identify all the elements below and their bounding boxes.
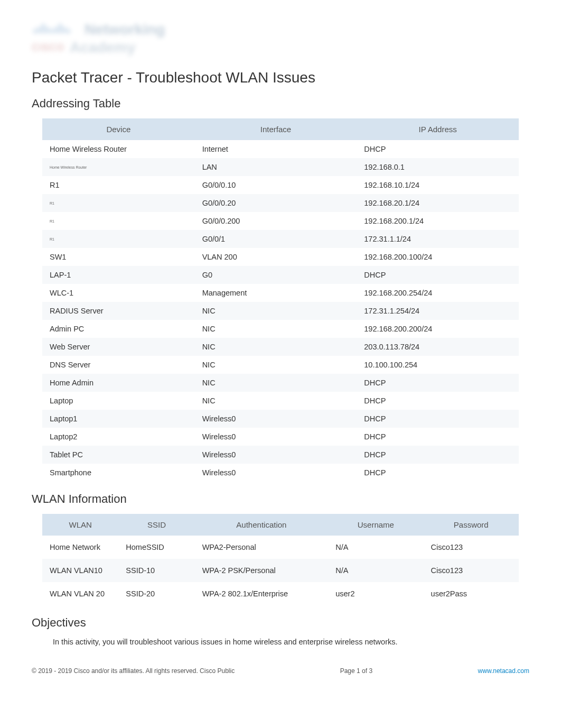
wlan-table-wrap: WLAN SSID Authentication Username Passwo… — [42, 514, 519, 605]
cell-device: R1 — [42, 176, 195, 194]
cell-interface: G0/0/1 — [195, 230, 357, 248]
cell-ip: DHCP — [357, 140, 519, 158]
cell-device: Smartphone — [42, 464, 195, 482]
footer-link: www.netacad.com — [478, 667, 529, 675]
table-header-row: WLAN SSID Authentication Username Passwo… — [42, 514, 519, 536]
table-row: WLC-1Management192.168.200.254/24 — [42, 284, 519, 302]
cell-device: WLC-1 — [42, 284, 195, 302]
table-header-row: Device Interface IP Address — [42, 118, 519, 140]
table-row: Admin PCNIC192.168.200.200/24 — [42, 320, 519, 338]
cell-interface: G0/0/0.200 — [195, 212, 357, 230]
table-row: RADIUS ServerNIC172.31.1.254/24 — [42, 302, 519, 320]
cell-ip: 192.168.10.1/24 — [357, 176, 519, 194]
addressing-table: Device Interface IP Address Home Wireles… — [42, 118, 519, 482]
col-ip: IP Address — [357, 118, 519, 140]
svg-rect-7 — [63, 27, 66, 33]
cell-ip: 192.168.200.1/24 — [357, 212, 519, 230]
page-footer: © 2019 - 2019 Cisco and/or its affiliate… — [32, 667, 529, 675]
table-row: Laptop2Wireless0DHCP — [42, 428, 519, 446]
col-auth: Authentication — [195, 514, 329, 536]
cell-auth: WPA-2 PSK/Personal — [195, 559, 329, 582]
logo-line1: Networking — [32, 21, 529, 38]
cell-interface: NIC — [195, 302, 357, 320]
cell-interface: Wireless0 — [195, 428, 357, 446]
col-wlan: WLAN — [42, 514, 118, 536]
svg-rect-5 — [55, 27, 57, 33]
cell-device: R1 — [42, 212, 195, 230]
col-ssid: SSID — [118, 514, 194, 536]
cell-device: Tablet PC — [42, 446, 195, 464]
cell-pass: Cisco123 — [424, 536, 519, 559]
cell-device: Admin PC — [42, 320, 195, 338]
table-row: R1G0/0/0.20192.168.20.1/24 — [42, 194, 519, 212]
cell-device: Laptop — [42, 392, 195, 410]
cell-device: R1 — [42, 230, 195, 248]
cell-ip: DHCP — [357, 392, 519, 410]
cell-interface: G0 — [195, 266, 357, 284]
cell-device: Laptop2 — [42, 428, 195, 446]
cell-ip: 203.0.113.78/24 — [357, 338, 519, 356]
cell-ip: DHCP — [357, 374, 519, 392]
col-interface: Interface — [195, 118, 357, 140]
objectives-text: In this activity, you will troubleshoot … — [53, 638, 508, 646]
cell-device: SW1 — [42, 248, 195, 266]
table-row: LAP-1G0DHCP — [42, 266, 519, 284]
cell-ssid: SSID-10 — [118, 559, 194, 582]
logo-brand-text: CISCO — [32, 42, 64, 53]
cell-interface: G0/0/0.20 — [195, 194, 357, 212]
svg-rect-0 — [34, 29, 36, 33]
cell-user: user2 — [328, 582, 423, 605]
cell-auth: WPA-2 802.1x/Enterprise — [195, 582, 329, 605]
cell-ip: DHCP — [357, 428, 519, 446]
cell-interface: Internet — [195, 140, 357, 158]
cell-wlan: Home Network — [42, 536, 118, 559]
addressing-heading: Addressing Table — [32, 97, 529, 110]
logo-text-academy: Academy — [70, 39, 136, 56]
logo-block: Networking CISCO Academy — [32, 21, 529, 56]
cell-auth: WPA2-Personal — [195, 536, 329, 559]
table-row: LaptopNICDHCP — [42, 392, 519, 410]
cell-interface: VLAN 200 — [195, 248, 357, 266]
cell-user: N/A — [328, 536, 423, 559]
cell-ssid: SSID-20 — [118, 582, 194, 605]
table-row: SmartphoneWireless0DHCP — [42, 464, 519, 482]
cell-ip: 192.168.20.1/24 — [357, 194, 519, 212]
addressing-table-wrap: Device Interface IP Address Home Wireles… — [42, 118, 519, 482]
cell-interface: Management — [195, 284, 357, 302]
wlan-heading: WLAN Information — [32, 492, 529, 506]
cell-ip: DHCP — [357, 446, 519, 464]
table-row: DNS ServerNIC10.100.100.254 — [42, 356, 519, 374]
col-device: Device — [42, 118, 195, 140]
cell-ip: DHCP — [357, 464, 519, 482]
cell-ip: 192.168.200.200/24 — [357, 320, 519, 338]
cell-interface: Wireless0 — [195, 464, 357, 482]
page-title: Packet Tracer - Troubleshoot WLAN Issues — [32, 69, 529, 86]
table-row: SW1VLAN 200192.168.200.100/24 — [42, 248, 519, 266]
table-row: R1G0/0/0.10192.168.10.1/24 — [42, 176, 519, 194]
table-row: Web ServerNIC203.0.113.78/24 — [42, 338, 519, 356]
cell-ip: 192.168.0.1 — [357, 158, 519, 176]
cell-interface: LAN — [195, 158, 357, 176]
cell-interface: G0/0/0.10 — [195, 176, 357, 194]
table-row: Home Wireless RouterLAN192.168.0.1 — [42, 158, 519, 176]
cell-device: Home Wireless Router — [42, 140, 195, 158]
svg-rect-1 — [38, 27, 40, 33]
cell-ip: 172.31.1.254/24 — [357, 302, 519, 320]
svg-rect-3 — [46, 27, 49, 33]
table-row: Home AdminNICDHCP — [42, 374, 519, 392]
table-row: Home NetworkHomeSSIDWPA2-PersonalN/ACisc… — [42, 536, 519, 559]
cell-device: DNS Server — [42, 356, 195, 374]
svg-rect-4 — [51, 29, 53, 33]
wlan-table: WLAN SSID Authentication Username Passwo… — [42, 514, 519, 605]
cell-wlan: WLAN VLAN 20 — [42, 582, 118, 605]
cell-device: Home Wireless Router — [42, 158, 195, 176]
logo-text-networking: Networking — [85, 21, 165, 38]
footer-copyright: © 2019 - 2019 Cisco and/or its affiliate… — [32, 667, 235, 675]
cell-interface: Wireless0 — [195, 446, 357, 464]
svg-rect-6 — [59, 24, 61, 33]
col-user: Username — [328, 514, 423, 536]
table-row: WLAN VLAN 20SSID-20WPA-2 802.1x/Enterpri… — [42, 582, 519, 605]
table-row: WLAN VLAN10SSID-10WPA-2 PSK/PersonalN/AC… — [42, 559, 519, 582]
cell-device: Laptop1 — [42, 410, 195, 428]
cisco-bars-icon — [32, 22, 79, 38]
